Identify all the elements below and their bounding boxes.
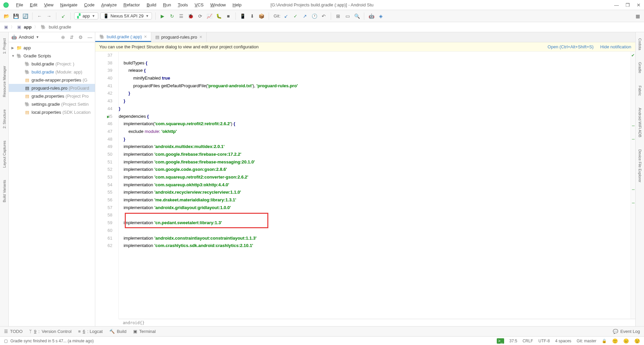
run-config-combo[interactable]: ▞ app ▼ [74,12,98,19]
menu-tools[interactable]: Tools [174,2,191,7]
search-icon[interactable]: 🔍 [353,12,361,20]
sync-icon[interactable]: 🔄 [21,12,29,20]
hide-icon[interactable]: — [88,35,92,40]
expand-icon[interactable]: ⇵ [70,35,74,40]
banner-hide-link[interactable]: Hide notification [600,44,632,49]
code-line[interactable] [119,52,631,59]
code-line[interactable]: implementation 'androidx.multidex:multid… [119,143,631,151]
code-line[interactable]: proguardFiles getDefaultProguardFile('pr… [119,82,631,90]
git-branch[interactable]: Git: master [577,339,596,343]
rail-2-structure[interactable]: 2: Structure [2,107,7,131]
file-encoding[interactable]: UTF-8 [538,339,550,343]
caret-position[interactable]: 37:5 [509,339,517,343]
editor-tab[interactable]: ▤proguard-rules.pro✕ [151,32,207,42]
tree-item[interactable]: ▤proguard-rules.pro(ProGuard [9,84,95,92]
code-line[interactable] [119,227,631,235]
code-editor[interactable]: 373839404142434445▶464748495051525354555… [95,52,635,319]
close-tab-icon[interactable]: ✕ [144,35,147,39]
gear-icon[interactable]: ⚙ [78,35,83,40]
git-commit-icon[interactable]: ✓ [292,12,299,20]
rail-android-wifi-adb[interactable]: Android WiFi ADB [637,105,643,140]
tree-item[interactable]: ▤local.properties(SDK Location [9,108,95,116]
code-line[interactable]: buildTypes { [119,59,631,67]
code-content[interactable]: buildTypes { release { minifyEnabled tru… [119,52,631,319]
project-mode[interactable]: Android [19,35,34,40]
code-line[interactable]: implementation 'com.google.firebase:fire… [119,158,631,166]
add-config-icon[interactable]: ⊞ [334,12,342,20]
face-icon[interactable]: 😑 [623,338,629,344]
lock-icon[interactable]: 🔒 [602,339,607,343]
git-history-icon[interactable]: 🕐 [311,12,318,20]
attach-debugger-icon[interactable]: 🐛 [215,12,223,20]
terminal-button[interactable]: ▣Terminal [133,329,156,334]
version-control-button[interactable]: ᛘ9: 9: Version ControlVersion Control [29,329,71,334]
breadcrumb-app[interactable]: app [24,24,32,30]
rail-device-file-explorer[interactable]: Device File Explorer [637,147,643,185]
line-separator[interactable]: CRLF [523,339,533,343]
code-line[interactable]: release { [119,67,631,75]
code-line[interactable] [119,211,631,219]
code-line[interactable]: } [119,105,631,113]
rail-gradle[interactable]: Gradle [637,59,643,76]
rail-resource-manager[interactable]: Resource Manager [2,63,7,100]
close-tab-icon[interactable]: ✕ [199,35,202,39]
code-line[interactable]: } [119,136,631,143]
avd-icon[interactable]: 📱 [239,12,247,20]
rail-build-variants[interactable]: Build Variants [2,177,7,205]
menu-file[interactable]: File [13,2,26,7]
tree-item[interactable]: ▤gradle.properties(Project Pro [9,92,95,100]
sdk-icon[interactable]: ⬇ [249,12,256,20]
hammer-icon[interactable]: ↙ [60,12,67,20]
coverage-icon[interactable]: 🐞 [187,12,195,20]
code-line[interactable]: implementation 'androidx.gridlayout:grid… [119,204,631,212]
menu-navigate[interactable]: Navigate [57,2,80,7]
codota-icon[interactable]: ▦ [634,12,641,20]
git-push-icon[interactable]: ↗ [301,12,309,20]
menu-help[interactable]: Help [229,2,245,7]
code-line[interactable]: implementation 'com.google.code.gson:gso… [119,166,631,174]
git-update-icon[interactable]: ↙ [282,12,290,20]
menu-analyze[interactable]: Analyze [98,2,120,7]
code-line[interactable]: exclude module: 'okhttp' [119,128,631,136]
banner-open-link[interactable]: Open (Ctrl+Alt+Shift+S) [548,44,594,49]
profiler-icon[interactable]: 📈 [206,12,213,20]
tree-item[interactable]: ▤gradle-wrapper.properties(G [9,76,95,84]
menu-run[interactable]: Run [160,2,174,7]
menu-build[interactable]: Build [143,2,160,7]
rail-fabric[interactable]: Fabric [637,83,643,99]
menu-vcs[interactable]: VCS [191,2,207,7]
face-icon[interactable]: 😟 [634,338,640,344]
back-icon[interactable]: ← [36,12,43,20]
layers-icon[interactable]: ◈ [377,12,384,20]
menu-refactor[interactable]: Refactor [120,2,143,7]
android-profiler-icon[interactable]: 🤖 [368,12,375,20]
code-line[interactable]: } [119,97,631,105]
save-icon[interactable]: 💾 [12,12,19,20]
terminal-status-icon[interactable]: >_ [497,338,504,344]
editor-tab[interactable]: 🐘build.gradle (:app)✕ [95,32,151,42]
open-icon[interactable]: 📂 [3,12,10,20]
debug-icon[interactable]: ☰ [178,12,185,20]
run-icon[interactable]: ▶ [159,12,166,20]
forward-icon[interactable]: → [45,12,53,20]
layout-inspector-icon[interactable]: 📦 [258,12,265,20]
event-log-button[interactable]: 💬Event Log [613,329,640,334]
code-line[interactable]: dependencies { [119,113,631,120]
menu-view[interactable]: View [41,2,57,7]
rail-codota[interactable]: Codota [637,36,643,53]
face-icon[interactable]: 🙂 [612,338,618,344]
rail-layout-captures[interactable]: Layout Captures [2,138,7,170]
tree-item[interactable]: 🐘build.gradle(Module: app) [9,68,95,76]
code-line[interactable]: } [119,90,631,97]
build-button[interactable]: 🔨Build [109,329,126,334]
code-line[interactable]: implementation 'androidx.recyclerview:re… [119,189,631,196]
git-revert-icon[interactable]: ↶ [320,12,327,20]
rail-1-project[interactable]: 1: Project [2,36,7,56]
tree-item[interactable]: 🐘settings.gradle(Project Settin [9,100,95,108]
indent-setting[interactable]: 4 spaces [555,339,571,343]
code-line[interactable]: implementation 'cn.pedant.sweetalert:lib… [119,219,631,227]
device-combo[interactable]: 📱 Nexus 5X API 29 ▼ [100,12,152,19]
code-line[interactable]: minifyEnabled true [119,75,631,82]
breadcrumb-file[interactable]: build.gradle [49,24,71,30]
code-line[interactable]: implementation 'me.drakeet.materialdialo… [119,196,631,204]
